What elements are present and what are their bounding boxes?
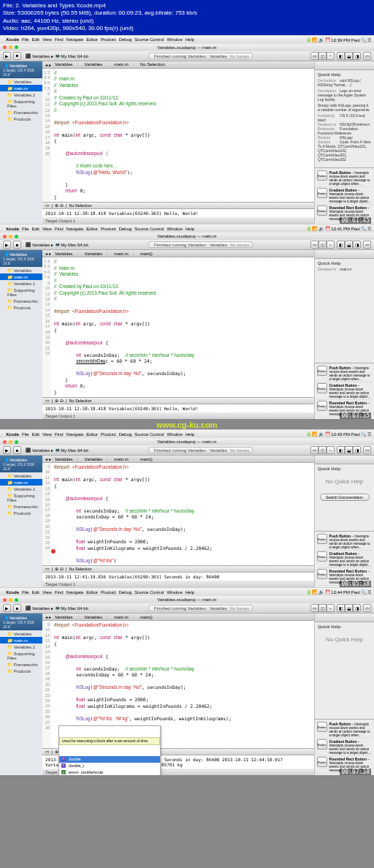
debug-console[interactable]: 2013-10-11 12:38:18.418 Variables[65249:… [42,404,314,412]
view-utilities-icon[interactable]: ◨ [353,241,361,249]
inspector-tabs[interactable] [315,614,374,622]
variables-view-toggle-icon[interactable]: ▭ [45,203,50,208]
editor-version-icon[interactable]: ↔ [327,604,335,612]
variables-view-toggle-icon[interactable]: ▭ [45,567,50,571]
editor-standard-icon[interactable]: ▭ [310,604,318,612]
menu-item[interactable]: Find [55,590,64,595]
sidebar-item[interactable]: 📁 main.m [0,479,42,486]
editor-assistant-icon[interactable]: ◫ [318,241,327,249]
autocomplete-row[interactable]: Tdouble [59,756,160,763]
search-documentation-button[interactable]: Search Documentation [320,494,370,501]
editor-standard-icon[interactable]: ▭ [310,52,318,60]
view-navigator-icon[interactable]: ◧ [337,52,345,60]
menu-item[interactable]: File [22,37,29,42]
menu-item[interactable]: Edit [32,37,39,42]
sidebar-item[interactable]: 📁 Frameworks [0,503,42,510]
object-library-item[interactable]: Button Push Button – Intercepts mouse-do… [316,533,373,551]
app-menu[interactable]: Xcode [6,37,19,42]
variables-view-toggle-icon[interactable]: ▭ [45,750,50,754]
sidebar-item[interactable]: 📁 Supporting Files [0,98,42,109]
organizer-icon[interactable]: ▭ [363,241,371,249]
breadcrumb-segment[interactable]: Variables [53,615,75,619]
menu-item[interactable]: Help [186,432,194,437]
menu-item[interactable]: Find [55,432,64,437]
menu-item[interactable]: Edit [32,432,39,437]
autocomplete-row[interactable]: Tdouble_t [59,763,160,769]
back-icon[interactable]: ◂ [45,456,47,461]
view-utilities-icon[interactable]: ◨ [353,52,361,60]
menu-item[interactable]: Debug [119,227,132,231]
breadcrumb-segment[interactable]: Variables [83,252,105,256]
menu-item[interactable]: Navigate [66,432,84,437]
editor-assistant-icon[interactable]: ◫ [318,52,327,60]
breadcrumb-segment[interactable]: Variables [83,457,105,461]
stop-button[interactable]: ■ [13,446,21,454]
run-button[interactable]: ▶ [3,241,11,249]
menu-item[interactable]: Source Control [134,37,164,42]
zoom-icon[interactable] [15,440,18,444]
object-library-item[interactable]: Button Push Button – Intercepts mouse-do… [316,365,373,382]
organizer-icon[interactable]: ▭ [363,604,371,612]
view-debug-icon[interactable]: ⬓ [345,604,353,612]
editor-standard-icon[interactable]: ▭ [310,241,318,249]
object-library-item[interactable]: Button Gradient Button – Intercepts mous… [316,187,373,205]
menu-item[interactable]: File [22,227,29,231]
editor-standard-icon[interactable]: ▭ [310,446,318,454]
menu-item[interactable]: Window [167,37,182,42]
menu-item[interactable]: Navigate [66,590,84,595]
breadcrumb-segment[interactable]: No Selection [138,62,167,67]
menu-item[interactable]: Source Control [134,227,164,231]
view-navigator-icon[interactable]: ◧ [337,604,345,612]
breadcrumb-segment[interactable]: main() [138,615,155,619]
breadcrumb-segment[interactable]: main.m [112,252,131,256]
menu-item[interactable]: Product [101,227,116,231]
menu-item[interactable]: Editor [86,590,98,595]
menu-item[interactable]: View [42,227,52,231]
menu-item[interactable]: Product [101,590,116,595]
fwd-icon[interactable]: ▸ [49,456,51,461]
scheme-selector[interactable]: ⬛ Variables ▸ 💻 My Mac 64-bit [23,448,91,453]
back-icon[interactable]: ◂ [45,62,47,67]
stop-button[interactable]: ■ [13,241,21,249]
sidebar-item[interactable]: 📁 Products [0,510,42,516]
menu-item[interactable]: Source Control [134,432,164,437]
breadcrumb-segment[interactable]: main.m [112,457,131,461]
zoom-icon[interactable] [15,598,18,602]
sidebar-item[interactable]: 📁 Frameworks [0,109,42,116]
console-filter[interactable]: ⊕ ⊖ [55,203,64,208]
sidebar-item[interactable]: 📁 Supporting Files [0,492,42,503]
menu-item[interactable]: Edit [32,590,39,595]
scheme-selector[interactable]: ⬛ Variables ▸ 💻 My Mac 64-bit [23,53,91,59]
sidebar-item[interactable]: 📁 Products [0,304,42,311]
view-debug-icon[interactable]: ⬓ [345,241,353,249]
object-library-item[interactable]: Button Gradient Button – Intercepts mous… [316,382,373,400]
object-library-item[interactable]: Button Push Button – Intercepts mouse-do… [316,170,373,187]
sidebar-item[interactable]: 📁 main.m [0,273,42,280]
view-debug-icon[interactable]: ⬓ [345,446,353,454]
view-utilities-icon[interactable]: ◨ [353,446,361,454]
menu-item[interactable]: Window [167,432,182,437]
menu-item[interactable]: Editor [86,37,98,42]
menu-item[interactable]: Debug [119,37,132,42]
project-header[interactable]: 📘 Variables1 target, OS X SDK 10.8 [0,61,42,78]
project-header[interactable]: 📘 Variables1 target, OS X SDK 10.8 [0,250,42,267]
minimize-icon[interactable] [9,235,12,238]
variables-view-toggle-icon[interactable]: ▭ [45,399,50,403]
menu-item[interactable]: Debug [119,590,132,595]
minimize-icon[interactable] [9,440,12,444]
menu-item[interactable]: Product [101,432,116,437]
menu-item[interactable]: Find [55,37,64,42]
menu-item[interactable]: Find [55,227,64,231]
sidebar-item[interactable]: 📁 Supporting Files [0,287,42,298]
breadcrumb-segment[interactable]: Variables [53,62,75,67]
sidebar-item[interactable]: 📁 main.m [0,637,42,644]
autocomplete-row[interactable]: eenum doubleAcute [59,769,160,775]
view-debug-icon[interactable]: ⬓ [345,52,353,60]
fwd-icon[interactable]: ▸ [49,62,51,67]
menu-item[interactable]: Window [167,590,182,595]
close-icon[interactable] [3,440,7,444]
breadcrumb-segment[interactable]: main() [138,457,155,461]
inspector-tabs[interactable] [315,456,374,464]
sidebar-item[interactable]: 📁 Variables.1 [0,486,42,492]
organizer-icon[interactable]: ▭ [363,446,371,454]
